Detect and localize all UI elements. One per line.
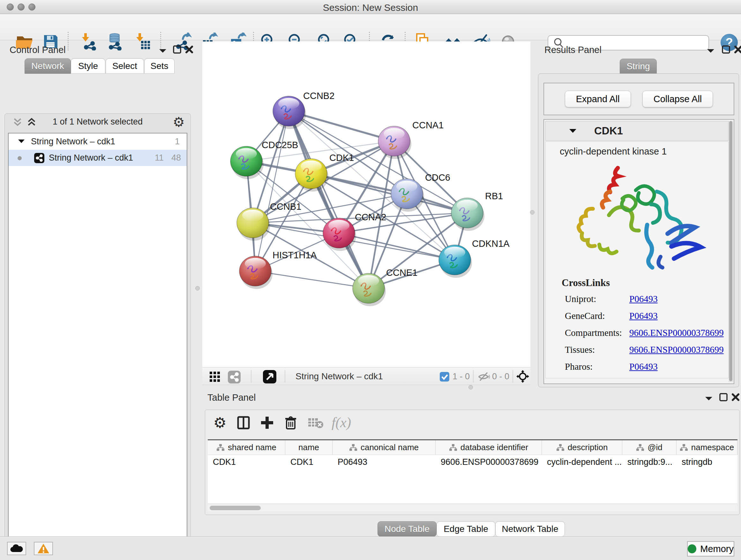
warning-icon [37, 543, 50, 554]
crosslink-row: Pharos:P06493 [546, 358, 728, 375]
edge-CCNA2-CDKN1A[interactable] [339, 233, 455, 260]
table-header-row: shared namenamecanonical namedatabase id… [208, 440, 738, 455]
collection-expand-icon[interactable] [17, 139, 26, 145]
results-scrollbar[interactable] [729, 121, 733, 382]
tab-network-table[interactable]: Network Table [495, 521, 565, 537]
node-RB1[interactable]: RB1 [451, 191, 503, 231]
window-title: Session: New Session [0, 2, 741, 13]
cloud-status-button[interactable] [7, 542, 26, 555]
table-cell--id[interactable]: stringdb:9... [622, 455, 677, 469]
table-horizontal-scrollbar[interactable] [208, 504, 738, 511]
network-status-dot [17, 156, 22, 160]
network-collection-row[interactable]: String Network – cdk1 1 [9, 133, 187, 150]
node-CDC25B[interactable]: CDC25B [230, 140, 298, 179]
expand-collapse-bar: Expand All Collapse All [543, 83, 734, 115]
crosslink-label: GeneCard: [565, 311, 605, 321]
table-cell-database-identifier[interactable]: 9606.ENSP00000378699 [435, 455, 542, 469]
column-header-name[interactable]: name [285, 440, 333, 455]
close-panel-icon[interactable] [731, 392, 740, 402]
node-CDKN1A[interactable]: CDKN1A [439, 239, 510, 278]
tab-sets[interactable]: Sets [144, 58, 175, 74]
table-scrollbar-thumb[interactable] [210, 506, 261, 510]
tab-network[interactable]: Network [24, 58, 71, 74]
column-type-icon [449, 444, 457, 451]
column-header-label: description [568, 442, 608, 452]
table-cell-canonical-name[interactable]: P06493 [333, 455, 435, 469]
network-row[interactable]: String Network – cdk1 11 48 [9, 150, 187, 166]
network-share-view-icon[interactable] [228, 371, 241, 383]
table-options-gear-icon[interactable]: ⚙ [210, 413, 230, 433]
edge-CCNB2-CCNE1[interactable] [289, 111, 368, 288]
create-column-button[interactable] [257, 413, 277, 433]
tab-edge-table[interactable]: Edge Table [436, 521, 495, 537]
panel-menu-icon[interactable] [706, 48, 716, 54]
delete-table-button[interactable] [306, 413, 326, 433]
crosslink-row: Tissues:9606.ENSP00000378699 [546, 341, 728, 358]
edge-CCNB2-HIST1H1A[interactable] [255, 111, 289, 271]
column-header-namespace[interactable]: namespace [677, 440, 738, 455]
delete-column-button[interactable] [280, 413, 301, 433]
gene-collapse-icon[interactable] [569, 128, 578, 134]
gene-header-row[interactable]: CDK1 [545, 121, 729, 141]
table-toolbar: ⚙ [210, 413, 465, 436]
grid-view-icon[interactable] [209, 371, 221, 382]
column-header-description[interactable]: description [542, 440, 622, 455]
selected-counts: 1 - 0 [453, 372, 470, 381]
column-header--id[interactable]: @id [622, 440, 677, 455]
plus-icon [260, 415, 274, 430]
network-list: String Network – cdk1 1 String Network –… [8, 133, 187, 560]
memory-status-dot [688, 544, 696, 553]
column-header-database-identifier[interactable]: database identifier [435, 440, 542, 455]
expand-all-button[interactable]: Expand All [565, 91, 631, 107]
column-type-icon [680, 444, 688, 451]
collapse-all-button[interactable]: Collapse All [643, 91, 713, 107]
close-panel-icon[interactable] [733, 45, 741, 54]
node-CCNB2[interactable]: CCNB2 [273, 91, 334, 129]
node-label-CDK1: CDK1 [329, 152, 354, 163]
tab-string[interactable]: String [620, 59, 657, 74]
column-header-canonical-name[interactable]: canonical name [333, 440, 435, 455]
tab-node-table[interactable]: Node Table [378, 521, 436, 537]
left-splitter-handle[interactable] [195, 286, 200, 291]
selected-checkbox-icon[interactable] [440, 372, 449, 381]
crosslink-link[interactable]: P06493 [629, 294, 658, 304]
fit-content-crosshair-icon[interactable] [516, 370, 529, 383]
tab-style[interactable]: Style [71, 58, 105, 74]
panel-menu-icon[interactable] [704, 395, 714, 401]
close-panel-icon[interactable] [185, 45, 194, 54]
table-cell-namespace[interactable]: stringdb [677, 455, 738, 469]
table-cell-name[interactable]: CDK1 [285, 455, 333, 469]
node-label-CCNE1: CCNE1 [386, 267, 417, 278]
memory-button[interactable]: Memory [687, 541, 734, 557]
node-CDK1[interactable]: CDK1 [295, 152, 354, 192]
warnings-button[interactable] [34, 542, 53, 555]
float-panel-icon[interactable] [172, 45, 182, 54]
collection-name: String Network – cdk1 [31, 133, 115, 150]
crosslink-link[interactable]: P06493 [629, 311, 658, 321]
table-panel: Table Panel ⚙ [202, 387, 741, 537]
detach-view-icon[interactable] [263, 370, 276, 383]
network-tab-content: 1 of 1 Network selected ⚙ String Network… [4, 113, 191, 560]
hidden-eye-slash-icon[interactable] [477, 372, 491, 381]
results-scrollbar-thumb[interactable] [729, 121, 732, 381]
float-panel-icon[interactable] [719, 392, 728, 402]
node-HIST1H1A[interactable]: HIST1H1A [239, 250, 317, 289]
show-columns-button[interactable] [233, 413, 254, 433]
crosslink-link[interactable]: P06493 [629, 361, 658, 372]
network-options-gear-icon[interactable]: ⚙ [173, 114, 185, 130]
table-row[interactable]: CDK1CDK1P064939606.ENSP00000378699cyclin… [208, 455, 738, 469]
crosslink-label: Tissues: [565, 345, 595, 355]
table-cell-shared-name[interactable]: CDK1 [208, 455, 285, 469]
network-canvas[interactable]: CCNB2CCNA1CDC25BCDK1CDC6RB1CCNB1CCNA2CDK… [202, 42, 530, 367]
tab-select[interactable]: Select [106, 58, 144, 74]
function-builder-button[interactable]: f(x) [332, 415, 351, 431]
node-CCNA1[interactable]: CCNA1 [378, 120, 444, 159]
panel-menu-icon[interactable] [158, 48, 167, 54]
column-header-shared-name[interactable]: shared name [208, 440, 285, 455]
crosslink-link[interactable]: 9606.ENSP00000378699 [629, 345, 724, 355]
crosslink-link[interactable]: 9606.ENSP00000378699 [629, 327, 724, 338]
crosslink-row: Uniprot:P06493 [546, 291, 728, 307]
float-panel-icon[interactable] [721, 45, 731, 54]
table-cell-description[interactable]: cyclin-dependent ... [542, 455, 622, 469]
node-label-HIST1H1A: HIST1H1A [273, 250, 317, 260]
